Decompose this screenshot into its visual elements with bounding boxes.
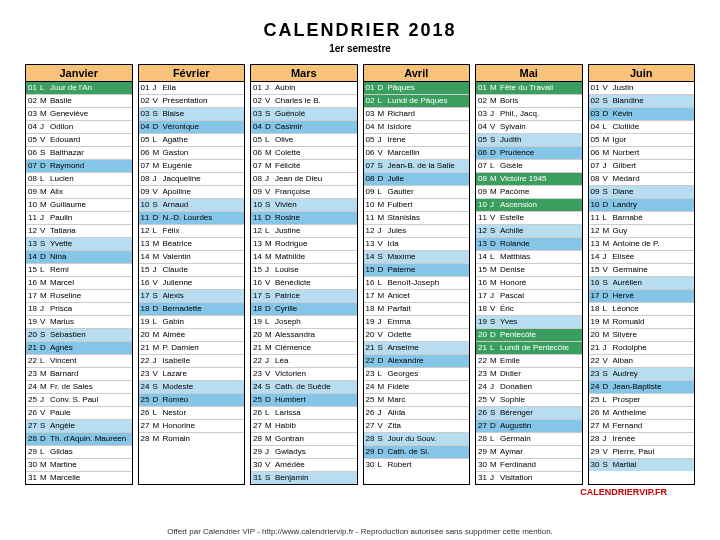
day-cell: 01DPâques (364, 82, 470, 95)
day-cell: 30SMartial (589, 459, 695, 471)
day-cell: 22DAlexandre (364, 355, 470, 368)
day-cell: 25JConv. S. Paul (26, 394, 132, 407)
day-cell: 19LJoseph (251, 316, 357, 329)
day-cell: 24JDonatien (476, 381, 582, 394)
day-cell: 27MHonorine (139, 420, 245, 433)
day-cell: 03DKévin (589, 108, 695, 121)
day-cell: 09VApolline (139, 186, 245, 199)
day-cell: 08MVictoire 1945 (476, 173, 582, 186)
day-cell: 19LGabin (139, 316, 245, 329)
day-cell: 17SPatrice (251, 290, 357, 303)
day-cell: 07DRaymond (26, 160, 132, 173)
day-cell: 29VPierre, Paul (589, 446, 695, 459)
day-cell: 01MFête du Travail (476, 82, 582, 95)
day-cell: 06MGaston (139, 147, 245, 160)
day-cell: 20VOdette (364, 329, 470, 342)
calendar-grid: Janvier01LJour de l'An02MBasile03MGenevi… (25, 64, 695, 485)
day-cell: 30VAmédée (251, 459, 357, 472)
month-header: Juin (589, 65, 695, 82)
day-cell: 29DCath. de Si. (364, 446, 470, 459)
day-cell: 18JPrisca (26, 303, 132, 316)
day-cell: 20SSébastien (26, 329, 132, 342)
month-header: Février (139, 65, 245, 82)
day-cell: 19MRomuald (589, 316, 695, 329)
day-cell: 08LLucien (26, 173, 132, 186)
day-cell: 03MGeneviève (26, 108, 132, 121)
day-cell: 07MFélicité (251, 160, 357, 173)
day-cell: 13VIda (364, 238, 470, 251)
day-cell: 11JPaulin (26, 212, 132, 225)
day-cell: 19VMarius (26, 316, 132, 329)
day-cell: 08JJacqueline (139, 173, 245, 186)
day-cell: 13DRolande (476, 238, 582, 251)
day-cell: 06VMarcellin (364, 147, 470, 160)
month-column: Février01JElla02VPrésentation03SBlaise04… (138, 64, 246, 485)
day-cell: 06DPrudence (476, 147, 582, 160)
day-cell: 10MFulbert (364, 199, 470, 212)
day-cell: 22LVincent (26, 355, 132, 368)
page-title: CALENDRIER 2018 (25, 20, 695, 41)
day-cell: 10MGuillaume (26, 199, 132, 212)
day-cell: 21JRodolphe (589, 342, 695, 355)
day-cell: 10SArnaud (139, 199, 245, 212)
day-cell: 16MHonoré (476, 277, 582, 290)
day-cell: 03SBlaise (139, 108, 245, 121)
day-cell: 23VLazare (139, 368, 245, 381)
day-cell: 17DHervé (589, 290, 695, 303)
day-cell: 24SCath. de Suède (251, 381, 357, 394)
day-cell: 05SJudith (476, 134, 582, 147)
day-cell: 17MAnicet (364, 290, 470, 303)
day-cell: 02SBlandine (589, 95, 695, 108)
day-cell: 11LBarnabé (589, 212, 695, 225)
day-cell: 11VEstelle (476, 212, 582, 225)
day-cell: 16LBenoît-Joseph (364, 277, 470, 290)
month-header: Mars (251, 65, 357, 82)
day-cell: 05LOlive (251, 134, 357, 147)
day-cell: 26VPaule (26, 407, 132, 420)
day-cell: 11DN.-D. Lourdes (139, 212, 245, 225)
day-cell: 14DNina (26, 251, 132, 264)
month-column: Janvier01LJour de l'An02MBasile03MGenevi… (25, 64, 133, 485)
day-cell: 04LClotilde (589, 121, 695, 134)
day-cell: 19JEmma (364, 316, 470, 329)
day-cell: 14JElisée (589, 251, 695, 264)
day-cell: 05LAgathe (139, 134, 245, 147)
day-cell: 04DCasimir (251, 121, 357, 134)
day-cell: 28SJour du Souv. (364, 433, 470, 446)
month-header: Mai (476, 65, 582, 82)
day-cell: 09MAlix (26, 186, 132, 199)
day-cell: 21LLundi de Pentecôte (476, 342, 582, 355)
month-header: Avril (364, 65, 470, 82)
day-cell: 04DVéronique (139, 121, 245, 134)
day-cell: 25MMarc (364, 394, 470, 407)
day-cell: 27VZita (364, 420, 470, 433)
day-cell: 28MRomain (139, 433, 245, 445)
day-cell: 12LJustine (251, 225, 357, 238)
day-cell: 17JPascal (476, 290, 582, 303)
day-cell: 07LGisèle (476, 160, 582, 173)
day-cell: 26LNestor (139, 407, 245, 420)
day-cell: 10SVivien (251, 199, 357, 212)
day-cell: 03SGuénolé (251, 108, 357, 121)
day-cell: 07SJean-B. de la Salle (364, 160, 470, 173)
day-cell: 14LMatthias (476, 251, 582, 264)
day-cell: 23SAudrey (589, 368, 695, 381)
day-cell: 31SBenjamin (251, 472, 357, 484)
day-cell: 22JLéa (251, 355, 357, 368)
day-cell: 12SAchille (476, 225, 582, 238)
day-cell: 21DAgnès (26, 342, 132, 355)
day-cell: 07JGilbert (589, 160, 695, 173)
day-cell: 12VTatiana (26, 225, 132, 238)
day-cell: 01JElla (139, 82, 245, 95)
day-cell: 03MRichard (364, 108, 470, 121)
day-cell: 25VSophie (476, 394, 582, 407)
day-cell: 13MRodrigue (251, 238, 357, 251)
day-cell: 29JGwladys (251, 446, 357, 459)
day-cell: 09VFrançoise (251, 186, 357, 199)
day-cell: 28DTh. d'Aquin. Maureen (26, 433, 132, 446)
day-cell: 03JPhil., Jacq. (476, 108, 582, 121)
day-cell: 07MEugénie (139, 160, 245, 173)
month-column: Avril01DPâques02LLundi de Pâques03MRicha… (363, 64, 471, 485)
day-cell: 26SBérenger (476, 407, 582, 420)
day-cell: 05VEdouard (26, 134, 132, 147)
